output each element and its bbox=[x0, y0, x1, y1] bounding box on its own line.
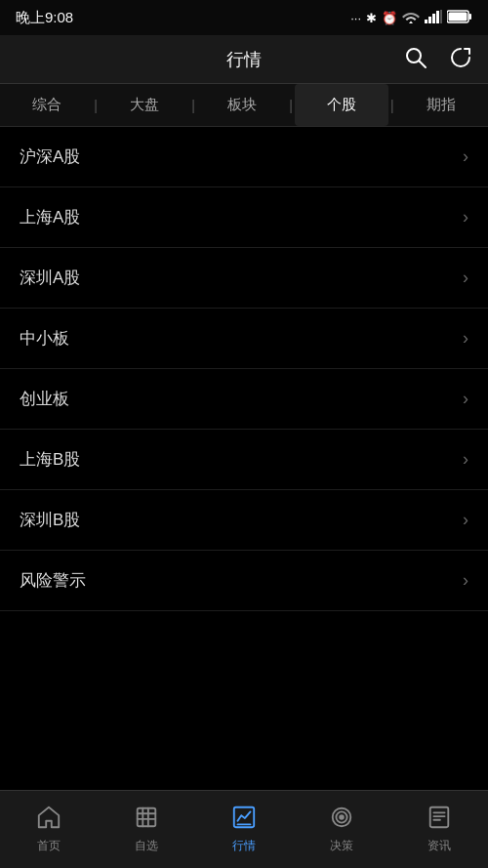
wifi-icon bbox=[402, 10, 420, 26]
chevron-right-icon: › bbox=[463, 449, 468, 470]
list-item-shenzhen-b[interactable]: 深圳B股 › bbox=[0, 490, 488, 551]
list-item-label: 上海A股 bbox=[20, 206, 80, 228]
stock-list: 沪深A股 › 上海A股 › 深圳A股 › 中小板 › 创业板 › 上海B股 › … bbox=[0, 127, 488, 611]
list-item-label: 风险警示 bbox=[20, 569, 86, 592]
header-action-icons bbox=[400, 42, 476, 77]
bottom-nav-zixun[interactable]: 资讯 bbox=[390, 791, 488, 868]
svg-rect-3 bbox=[436, 11, 439, 23]
search-button[interactable] bbox=[400, 42, 431, 77]
target-icon bbox=[329, 805, 354, 834]
header-title: 行情 bbox=[226, 48, 262, 71]
refresh-button[interactable] bbox=[445, 42, 476, 77]
bluetooth-icon: ✱ bbox=[366, 11, 377, 25]
alarm-icon: ⏰ bbox=[382, 11, 397, 25]
bottom-navigation: 首页 自选 行情 bbox=[0, 790, 488, 868]
chevron-right-icon: › bbox=[463, 328, 468, 349]
chevron-right-icon: › bbox=[463, 146, 468, 167]
tab-qizhi[interactable]: 期指 bbox=[394, 84, 488, 126]
bottom-nav-zixuan-label: 自选 bbox=[135, 838, 158, 854]
tab-bankuai[interactable]: 板块 bbox=[195, 84, 289, 126]
signal-bars bbox=[425, 10, 442, 26]
svg-rect-6 bbox=[469, 14, 472, 20]
list-item-chuangyeban[interactable]: 创业板 › bbox=[0, 369, 488, 430]
star-icon bbox=[134, 805, 159, 834]
chevron-right-icon: › bbox=[463, 389, 468, 409]
list-item-label: 创业板 bbox=[20, 388, 69, 410]
bottom-nav-home[interactable]: 首页 bbox=[0, 791, 98, 868]
list-item-label: 深圳B股 bbox=[20, 509, 80, 531]
svg-rect-7 bbox=[449, 12, 468, 21]
list-item-label: 上海B股 bbox=[20, 448, 80, 471]
list-item-label: 中小板 bbox=[20, 327, 69, 350]
list-item-shanghai-a[interactable]: 上海A股 › bbox=[0, 187, 488, 248]
news-icon bbox=[427, 805, 452, 834]
tab-navigation: 综合 | 大盘 | 板块 | 个股 | 期指 bbox=[0, 84, 488, 127]
tab-zonghe[interactable]: 综合 bbox=[0, 84, 94, 126]
tab-gegu[interactable]: 个股 bbox=[295, 84, 388, 126]
bottom-nav-hangqing-label: 行情 bbox=[232, 838, 256, 854]
chevron-right-icon: › bbox=[463, 207, 468, 227]
bottom-nav-zixuan[interactable]: 自选 bbox=[98, 791, 195, 868]
tab-dapan[interactable]: 大盘 bbox=[98, 84, 191, 126]
chevron-right-icon: › bbox=[463, 570, 468, 591]
list-item-shanghai-b[interactable]: 上海B股 › bbox=[0, 430, 488, 490]
battery-icon bbox=[447, 10, 472, 26]
status-bar: 晚上9:08 ··· ✱ ⏰ bbox=[0, 0, 488, 35]
home-icon bbox=[36, 805, 61, 834]
svg-rect-10 bbox=[138, 808, 156, 827]
list-item-fengxian[interactable]: 风险警示 › bbox=[0, 551, 488, 611]
svg-rect-2 bbox=[432, 14, 435, 23]
svg-rect-4 bbox=[440, 10, 442, 23]
svg-point-19 bbox=[340, 815, 344, 819]
svg-rect-1 bbox=[428, 17, 431, 23]
chevron-right-icon: › bbox=[463, 268, 468, 288]
status-time: 晚上9:08 bbox=[16, 9, 73, 27]
bottom-nav-zixun-label: 资讯 bbox=[427, 838, 451, 854]
bottom-nav-juece-label: 决策 bbox=[330, 838, 353, 854]
list-item-hushen-a[interactable]: 沪深A股 › bbox=[0, 127, 488, 187]
list-item-label: 沪深A股 bbox=[20, 145, 80, 168]
signal-dots: ··· bbox=[350, 11, 361, 25]
bottom-nav-hangqing[interactable]: 行情 bbox=[195, 791, 293, 868]
list-item-shenzhen-a[interactable]: 深圳A股 › bbox=[0, 248, 488, 309]
tab-separator-3: | bbox=[289, 98, 293, 113]
status-icons: ··· ✱ ⏰ bbox=[350, 10, 472, 26]
chart-icon bbox=[231, 805, 257, 834]
svg-rect-0 bbox=[425, 20, 427, 23]
svg-line-9 bbox=[420, 61, 427, 67]
bottom-nav-juece[interactable]: 决策 bbox=[293, 791, 390, 868]
list-item-label: 深圳A股 bbox=[20, 267, 80, 289]
list-item-zhongxiaoban[interactable]: 中小板 › bbox=[0, 309, 488, 369]
header: 行情 bbox=[0, 35, 488, 84]
bottom-nav-home-label: 首页 bbox=[37, 838, 61, 854]
chevron-right-icon: › bbox=[463, 510, 468, 530]
